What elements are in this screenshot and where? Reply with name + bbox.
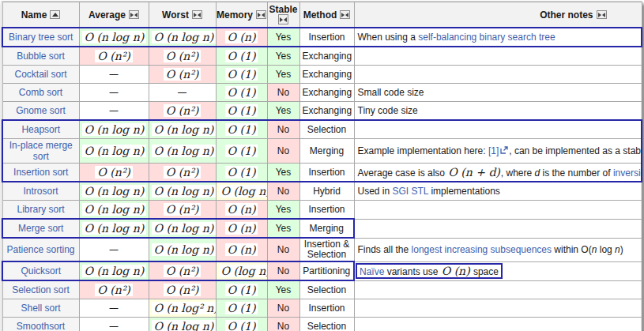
- dash-value: —: [109, 244, 119, 255]
- method-cell: Insertion: [299, 164, 354, 182]
- big-o-formula: O (n log n): [152, 243, 217, 256]
- average-cell: O (n²): [79, 164, 149, 182]
- average-cell: —: [79, 84, 149, 102]
- algorithm-link[interactable]: Gnome sort: [16, 105, 66, 116]
- header-cell-name[interactable]: Name: [2, 2, 79, 28]
- average-cell: O (n²): [79, 280, 149, 299]
- sort-both-icon[interactable]: [129, 10, 139, 19]
- method-cell: Exchanging: [299, 47, 354, 66]
- italic-text: n: [615, 244, 620, 255]
- big-o-formula: O (n²): [164, 284, 201, 296]
- big-o-formula: O (n): [225, 243, 258, 256]
- memory-cell: O (1): [216, 66, 267, 84]
- worst-cell: O (n log n): [149, 120, 216, 139]
- header-cell-notes[interactable]: Other notes: [354, 2, 642, 28]
- table-row: Smoothsort—O (n log n)O (1)NoSelection: [2, 318, 642, 331]
- big-o-formula: O (n²): [95, 166, 132, 179]
- average-cell: O (n log n): [79, 219, 149, 238]
- big-o-formula: O (n log n): [82, 265, 147, 277]
- memory-cell: O (1): [216, 164, 267, 182]
- big-o-formula: O (n²): [164, 68, 201, 81]
- right-triangle-glyph: [280, 17, 283, 22]
- header-cell-content: Stable: [269, 5, 298, 24]
- algorithm-link[interactable]: Bubble sort: [17, 51, 65, 62]
- average-cell: O (n log n): [79, 139, 149, 164]
- header-cell-method[interactable]: Method: [299, 2, 354, 28]
- algorithm-link[interactable]: Merge sort: [18, 223, 63, 234]
- notes-cell: Example implementation here: [1], can be…: [354, 139, 642, 164]
- note-text: implementations: [428, 186, 500, 197]
- algorithm-link[interactable]: Shell sort: [21, 303, 60, 314]
- column-label: Worst: [162, 9, 189, 21]
- note-link[interactable]: SGI STL: [393, 186, 429, 197]
- column-label: Name: [21, 9, 47, 21]
- average-cell: —: [79, 102, 149, 121]
- big-o-formula: O (n²): [164, 50, 201, 62]
- worst-cell: O (n log n): [149, 318, 216, 331]
- header-cell-stable[interactable]: Stable: [267, 2, 299, 28]
- algorithm-link[interactable]: Comb sort: [19, 87, 62, 98]
- table-row: Selection sortO (n²)O (n²)O (1)YesSelect…: [2, 280, 642, 299]
- note-text: Finds all the: [358, 244, 412, 255]
- dash-value: —: [178, 87, 187, 98]
- memory-cell: O (n): [216, 238, 267, 261]
- big-o-formula: O (n²): [164, 265, 201, 277]
- note-link[interactable]: longest increasing subsequences: [412, 244, 552, 255]
- row-header-name: Binary tree sort: [2, 28, 79, 47]
- memory-cell: O (n): [216, 219, 267, 238]
- header-row: NameAverageWorstMemoryStableMethodOther …: [2, 2, 642, 28]
- memory-cell: O (1): [216, 299, 267, 318]
- memory-cell: O (n): [216, 201, 267, 220]
- big-o-formula: O (n log n): [82, 222, 147, 235]
- algorithm-link[interactable]: Cocktail sort: [14, 69, 66, 80]
- average-cell: O (n log n): [79, 182, 149, 201]
- row-header-name: Heapsort: [2, 120, 79, 139]
- algorithm-link[interactable]: Smoothsort: [17, 321, 65, 331]
- memory-cell: O (n): [216, 28, 267, 47]
- big-o-formula: O (log n): [219, 185, 268, 197]
- row-header-name: Smoothsort: [2, 318, 79, 331]
- algorithm-link[interactable]: Insertion sort: [13, 167, 68, 178]
- note-link[interactable]: self-balancing binary search tree: [418, 32, 555, 43]
- algorithm-link[interactable]: Library sort: [17, 204, 64, 215]
- up-triangle-glyph: [52, 13, 58, 17]
- big-o-formula: O (1): [225, 68, 258, 81]
- worst-cell: O (n²): [149, 66, 216, 84]
- worst-cell: —: [149, 84, 216, 102]
- dash-value: —: [109, 69, 119, 80]
- sort-both-icon[interactable]: [597, 10, 607, 19]
- algorithm-link[interactable]: Selection sort: [12, 284, 70, 295]
- algorithm-link[interactable]: Heapsort: [21, 124, 60, 135]
- header-cell-memory[interactable]: Memory: [216, 2, 267, 28]
- note-link[interactable]: [1]: [488, 145, 499, 156]
- method-cell: Exchanging: [299, 66, 354, 84]
- sort-both-icon[interactable]: [256, 10, 266, 19]
- header-cell-average[interactable]: Average: [79, 2, 149, 28]
- header-cell-worst[interactable]: Worst: [149, 2, 216, 28]
- big-o-formula: O (n log n): [82, 145, 147, 157]
- left-triangle-glyph: [602, 13, 605, 17]
- sort-both-icon[interactable]: [192, 10, 202, 19]
- stable-cell: Yes: [267, 164, 299, 182]
- algorithm-link[interactable]: In-place merge sort: [9, 140, 73, 162]
- left-triangle-glyph: [345, 13, 348, 17]
- note-text: space: [471, 266, 499, 277]
- sort-both-icon[interactable]: [278, 14, 288, 24]
- algorithm-link[interactable]: Quicksort: [21, 265, 61, 276]
- note-text: Example implementation here:: [358, 145, 488, 156]
- method-cell: Selection: [299, 120, 354, 139]
- note-text: Tiny code size: [358, 105, 418, 116]
- algorithm-link[interactable]: Introsort: [23, 186, 58, 197]
- note-highlight-box: Naïve variants use O (n) space: [356, 263, 503, 279]
- sort-both-icon[interactable]: [340, 10, 350, 19]
- notes-cell: [354, 120, 642, 139]
- memory-cell: O (1): [216, 139, 267, 164]
- algorithm-link[interactable]: Binary tree sort: [9, 32, 73, 43]
- note-link[interactable]: inversions: [613, 167, 642, 179]
- method-cell: Partitioning: [299, 261, 354, 280]
- left-triangle-glyph: [198, 13, 201, 17]
- algorithm-link[interactable]: Patience sorting: [6, 244, 74, 255]
- sort-asc-icon[interactable]: [50, 10, 60, 19]
- note-link[interactable]: Naïve: [360, 266, 384, 277]
- average-cell: O (n log n): [79, 201, 149, 220]
